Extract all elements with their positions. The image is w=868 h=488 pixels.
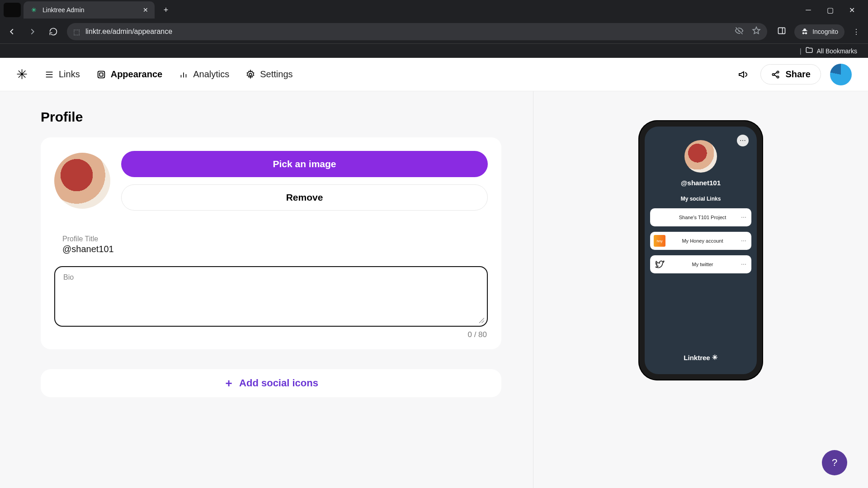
profile-image[interactable] bbox=[54, 153, 110, 209]
preview-more-icon[interactable]: ⋯ bbox=[737, 135, 749, 146]
incognito-label: Incognito bbox=[812, 28, 838, 35]
url-text: linktr.ee/admin/appearance bbox=[85, 28, 172, 36]
preview-footer-text: Linktree bbox=[684, 354, 710, 361]
link-thumbnail-icon bbox=[654, 211, 665, 223]
svg-line-17 bbox=[481, 320, 484, 323]
question-icon: ? bbox=[832, 457, 837, 469]
user-avatar[interactable] bbox=[830, 64, 852, 85]
nav-links[interactable]: Links bbox=[42, 66, 82, 82]
menu-kebab-icon[interactable]: ⋮ bbox=[853, 28, 860, 36]
preview-handle: @shanet101 bbox=[681, 179, 721, 187]
profile-title-field[interactable]: Profile Title @shanet101 bbox=[54, 230, 488, 261]
address-actions: Incognito ⋮ bbox=[774, 24, 863, 39]
url-input[interactable]: ⬚ linktr.ee/admin/appearance bbox=[67, 23, 767, 40]
star-icon[interactable] bbox=[752, 26, 761, 37]
share-button[interactable]: Share bbox=[760, 64, 821, 84]
incognito-chip[interactable]: Incognito bbox=[794, 24, 844, 39]
nav-appearance-label: Appearance bbox=[111, 69, 163, 80]
reload-icon[interactable] bbox=[46, 24, 61, 39]
resize-handle-icon[interactable] bbox=[478, 317, 484, 323]
profile-card: Pick an image Remove Profile Title @shan… bbox=[41, 137, 501, 349]
help-button[interactable]: ? bbox=[822, 450, 847, 475]
svg-point-12 bbox=[777, 71, 779, 73]
forward-icon[interactable] bbox=[25, 24, 40, 39]
megaphone-icon[interactable] bbox=[735, 66, 751, 83]
preview-link[interactable]: My twitter ⋯ bbox=[650, 255, 751, 273]
tab-title: Linktree Admin bbox=[42, 6, 85, 14]
editor-pane: Profile Pick an image Remove Profile Tit… bbox=[0, 91, 533, 488]
preview-pane: ⋯ @shanet101 My social Links Shane's T10… bbox=[533, 91, 868, 488]
bio-char-count: 0 / 80 bbox=[54, 330, 488, 339]
tab-bar: ✳ Linktree Admin ✕ + ─ ▢ ✕ bbox=[0, 0, 868, 20]
phone-screen: ⋯ @shanet101 My social Links Shane's T10… bbox=[645, 127, 757, 374]
browser-chrome: ✳ Linktree Admin ✕ + ─ ▢ ✕ ⬚ linktr.ee/a… bbox=[0, 0, 868, 58]
link-more-icon[interactable]: ⋯ bbox=[740, 261, 748, 267]
preview-link[interactable]: hny My Honey account ⋯ bbox=[650, 232, 751, 250]
link-more-icon[interactable]: ⋯ bbox=[740, 214, 748, 221]
linktree-logo-icon[interactable]: ✳ bbox=[16, 68, 30, 81]
remove-image-button[interactable]: Remove bbox=[121, 184, 488, 211]
page-title: Profile bbox=[41, 109, 501, 125]
link-thumbnail-icon: hny bbox=[654, 235, 665, 247]
svg-line-14 bbox=[774, 72, 777, 74]
link-more-icon[interactable]: ⋯ bbox=[740, 238, 748, 244]
svg-point-13 bbox=[777, 76, 779, 78]
preview-link-label: My twitter bbox=[665, 262, 740, 267]
svg-rect-5 bbox=[98, 71, 104, 78]
profile-title-value: @shanet101 bbox=[62, 244, 480, 254]
tab-search-button[interactable] bbox=[4, 3, 21, 17]
preview-link-label: My Honey account bbox=[665, 238, 740, 244]
side-panel-icon[interactable] bbox=[777, 26, 786, 37]
svg-point-11 bbox=[773, 73, 774, 75]
linktree-glyph-icon: ✳ bbox=[712, 353, 718, 361]
site-settings-icon[interactable]: ⬚ bbox=[73, 28, 80, 36]
profile-title-label: Profile Title bbox=[62, 235, 480, 243]
preview-subtitle: My social Links bbox=[681, 196, 721, 202]
twitter-icon bbox=[654, 258, 665, 270]
bio-field[interactable]: Bio bbox=[54, 266, 488, 327]
share-label: Share bbox=[785, 69, 811, 80]
nav-appearance[interactable]: Appearance bbox=[94, 66, 165, 82]
app-header: ✳ Links Appearance Analytics Settings Sh… bbox=[0, 58, 868, 91]
bio-label: Bio bbox=[63, 273, 479, 282]
preview-avatar bbox=[684, 140, 717, 173]
all-bookmarks-button[interactable]: All Bookmarks bbox=[817, 47, 857, 55]
pick-image-button[interactable]: Pick an image bbox=[121, 151, 488, 177]
preview-link-label: Shane's T101 Project bbox=[665, 215, 740, 220]
bio-textarea[interactable] bbox=[63, 282, 479, 313]
close-tab-icon[interactable]: ✕ bbox=[143, 6, 148, 14]
close-window-icon[interactable]: ✕ bbox=[847, 5, 856, 14]
plus-icon: + bbox=[224, 378, 234, 388]
address-bar: ⬚ linktr.ee/admin/appearance Incognito bbox=[0, 20, 868, 43]
new-tab-button[interactable]: + bbox=[159, 3, 173, 17]
eye-off-icon[interactable] bbox=[735, 26, 744, 37]
folder-icon bbox=[805, 46, 813, 56]
bookmark-bar: | All Bookmarks bbox=[0, 43, 868, 58]
nav-analytics[interactable]: Analytics bbox=[177, 66, 231, 82]
svg-rect-6 bbox=[99, 73, 103, 76]
content-area: Profile Pick an image Remove Profile Tit… bbox=[0, 91, 868, 488]
svg-rect-0 bbox=[778, 28, 785, 33]
window-controls: ─ ▢ ✕ bbox=[804, 5, 864, 14]
browser-tab[interactable]: ✳ Linktree Admin ✕ bbox=[24, 1, 155, 19]
add-social-label: Add social icons bbox=[239, 377, 318, 389]
minimize-icon[interactable]: ─ bbox=[804, 5, 813, 14]
svg-point-10 bbox=[249, 73, 252, 76]
add-social-button[interactable]: + Add social icons bbox=[41, 369, 501, 397]
nav-settings-label: Settings bbox=[260, 69, 292, 80]
nav-links-label: Links bbox=[59, 69, 80, 80]
preview-link[interactable]: Shane's T101 Project ⋯ bbox=[650, 208, 751, 226]
nav-analytics-label: Analytics bbox=[193, 69, 229, 80]
maximize-icon[interactable]: ▢ bbox=[826, 5, 835, 14]
preview-footer: Linktree ✳ bbox=[684, 353, 717, 366]
nav-settings[interactable]: Settings bbox=[244, 66, 294, 82]
back-icon[interactable] bbox=[5, 24, 19, 39]
phone-frame: ⋯ @shanet101 My social Links Shane's T10… bbox=[638, 120, 763, 380]
incognito-icon bbox=[801, 27, 809, 37]
svg-line-16 bbox=[479, 318, 484, 323]
svg-line-15 bbox=[774, 75, 777, 76]
linktree-favicon-icon: ✳ bbox=[30, 6, 38, 14]
